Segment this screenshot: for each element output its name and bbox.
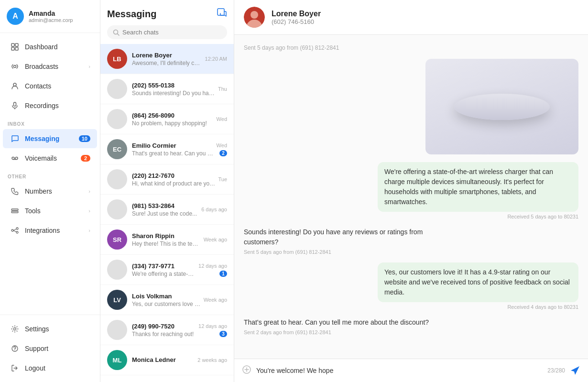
svg-point-20	[14, 349, 15, 350]
chat-list-item[interactable]: SR Sharon Rippin Hey there! This is the …	[100, 225, 234, 255]
chat-list-item[interactable]: (202) 555-0138 Sounds interesting! Do yo…	[100, 74, 234, 104]
chat-avatar: ML	[107, 350, 127, 370]
avatar: A	[7, 8, 24, 25]
messaging-badge: 10	[79, 135, 90, 142]
chat-time: 12 days ago	[198, 323, 227, 329]
chat-list-item[interactable]: (220) 212-7670 Hi, what kind of product …	[100, 164, 234, 195]
chat-list-item[interactable]: (981) 533-2864 Sure! Just use the code..…	[100, 195, 234, 225]
sidebar-nav: Dashboard Broadcasts › Contacts Recordin…	[0, 33, 100, 315]
chat-name: Emilio Cormier	[132, 142, 214, 149]
sidebar-item-tools[interactable]: Tools ›	[3, 201, 97, 220]
chat-list-item[interactable]: (864) 256-8090 No problem, happy shoppin…	[100, 104, 234, 134]
chat-badge: 2	[219, 150, 227, 156]
sidebar-item-broadcasts[interactable]: Broadcasts ›	[3, 57, 97, 76]
chevron-right-icon: ›	[88, 228, 90, 233]
profile-name: Amanda	[29, 10, 73, 17]
sidebar-item-numbers[interactable]: Numbers ›	[3, 182, 97, 201]
svg-line-17	[13, 230, 16, 232]
chat-list-item[interactable]: ML Monica Ledner 2 weeks ago	[100, 345, 234, 375]
contact-phone: (602) 746-5160	[272, 18, 321, 25]
message-input[interactable]	[256, 367, 543, 374]
svg-rect-1	[15, 44, 18, 46]
sidebar-label-contacts: Contacts	[25, 82, 90, 90]
svg-point-5	[13, 83, 16, 86]
chat-name: Lois Volkman	[132, 293, 201, 300]
chat-list-title-row: Messaging	[107, 8, 227, 21]
chat-avatar: SR	[107, 229, 127, 250]
chat-info: Emilio Cormier That's great to hear. Can…	[132, 142, 214, 157]
chat-avatar	[107, 260, 127, 280]
chat-list-item[interactable]: (334) 737-9771 We're offering a state-of…	[100, 255, 234, 285]
chat-name: (220) 212-7670	[132, 172, 215, 179]
chat-preview: Yes, our customers love it! It has a...	[132, 301, 201, 307]
contact-name: Lorene Boyer	[272, 10, 321, 18]
contact-info: Lorene Boyer (602) 746-5160	[272, 10, 321, 25]
chat-info: Monica Ledner	[132, 356, 195, 364]
message-sent-label-2: Sent 2 days ago from (691) 812-2841	[244, 329, 331, 335]
sidebar-item-integrations[interactable]: Integrations ›	[3, 221, 97, 240]
chat-avatar: EC	[107, 139, 127, 159]
sidebar-label-support: Support	[25, 345, 90, 352]
logout-icon	[10, 363, 20, 373]
new-chat-icon[interactable]	[217, 8, 227, 21]
chat-list-item[interactable]: LV Lois Volkman Yes, our customers love …	[100, 285, 234, 315]
chat-time: Tue	[218, 176, 227, 182]
phone-icon	[10, 186, 20, 196]
conversation-messages: Sent 5 days ago from (691) 812-2841 We'r…	[234, 35, 588, 359]
chat-preview: Hey there! This is the team at...	[132, 240, 201, 247]
mic-icon	[10, 100, 20, 111]
chat-time: Week ago	[204, 237, 227, 242]
sidebar-item-recordings[interactable]: Recordings	[3, 96, 97, 115]
svg-rect-11	[11, 209, 18, 210]
sidebar-label-numbers: Numbers	[25, 187, 88, 195]
incoming-bubble-2: That's great to hear. Can you tell me mo…	[244, 317, 429, 327]
sidebar-label-voicemails: Voicemails	[25, 154, 81, 162]
attachment-icon[interactable]	[242, 365, 251, 376]
message-image-row	[244, 59, 578, 154]
chat-meta: 12:20 AM	[205, 56, 227, 62]
chat-list-item[interactable]: LB Lorene Boyer Awesome, I'll definitely…	[100, 44, 234, 74]
message-incoming-2: That's great to hear. Can you tell me mo…	[244, 317, 578, 335]
chat-info: Lois Volkman Yes, our customers love it!…	[132, 293, 201, 307]
support-icon	[10, 343, 20, 354]
product-image	[425, 59, 578, 154]
grid-icon	[10, 42, 20, 52]
svg-rect-3	[15, 47, 18, 50]
chat-preview: That's great to hear. Can you tell m...	[132, 150, 214, 157]
chat-badge: 3	[219, 331, 227, 337]
chat-preview: We're offering a state-of-the-art...	[132, 271, 196, 277]
profile-info: Amanda admin@acme.corp	[29, 10, 73, 23]
chat-list-item[interactable]: (249) 990-7520 Thanks for reaching out! …	[100, 315, 234, 345]
sidebar-item-voicemails[interactable]: Voicemails 2	[3, 149, 97, 168]
chat-name: (334) 737-9771	[132, 262, 196, 270]
chat-list-header: Messaging	[100, 0, 234, 44]
sidebar-item-support[interactable]: Support	[3, 339, 97, 358]
sidebar-item-settings[interactable]: Settings	[3, 319, 97, 338]
chat-preview: Sure! Just use the code...	[132, 210, 198, 217]
chat-info: Lorene Boyer Awesome, I'll definitely ch…	[132, 52, 202, 66]
search-input[interactable]	[122, 29, 221, 36]
chat-info: (202) 555-0138 Sounds interesting! Do yo…	[132, 82, 215, 97]
sidebar-label-messaging: Messaging	[25, 135, 79, 142]
svg-point-15	[16, 231, 18, 233]
chat-list: LB Lorene Boyer Awesome, I'll definitely…	[100, 44, 234, 382]
send-button[interactable]	[570, 365, 580, 376]
chat-meta: Wed 2	[217, 142, 227, 156]
search-box[interactable]	[107, 25, 227, 39]
chat-meta: 12 days ago 1	[198, 263, 227, 277]
chat-time: 6 days ago	[201, 207, 227, 212]
profile-section: A Amanda admin@acme.corp	[0, 0, 100, 33]
chat-info: (864) 256-8090 No problem, happy shoppin…	[132, 112, 214, 127]
chat-avatar	[107, 199, 127, 219]
chat-avatar: LB	[107, 49, 127, 69]
sidebar-item-contacts[interactable]: Contacts	[3, 76, 97, 96]
chat-list-item[interactable]: EC Emilio Cormier That's great to hear. …	[100, 134, 234, 164]
chat-name: Sharon Rippin	[132, 232, 201, 240]
sidebar-item-logout[interactable]: Logout	[3, 359, 97, 378]
voicemails-badge: 2	[81, 155, 90, 162]
chevron-right-icon: ›	[88, 188, 90, 194]
svg-rect-6	[14, 102, 16, 106]
chat-meta: Week ago	[204, 237, 227, 242]
sidebar-item-dashboard[interactable]: Dashboard	[3, 37, 97, 56]
sidebar-item-messaging[interactable]: Messaging 10	[3, 129, 97, 148]
